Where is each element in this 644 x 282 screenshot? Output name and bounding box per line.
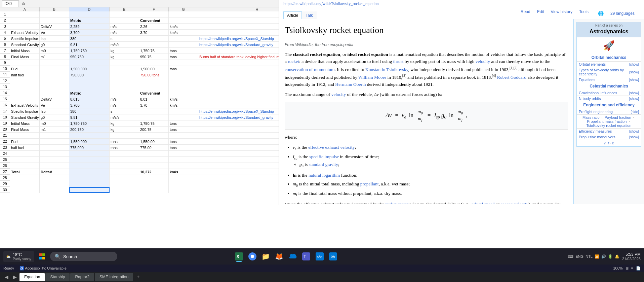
orbital-elements-show[interactable]: [show] [629,63,639,66]
sidebar-item-gravitational[interactable]: Gravitational influences [show] [577,90,641,96]
preflight-link[interactable]: Preflight engineering [579,110,613,114]
sidebar-orbital-mechanics-title[interactable]: Orbital mechanics [577,54,641,61]
notification-icon[interactable]: 🔔 [615,254,619,259]
propulsive-show[interactable]: [show] [629,135,639,139]
tsiolkovsky-link-sb[interactable]: Tsiolkovsky rocket equation [587,124,632,128]
taskbar-app-firefox[interactable]: 🦊 [273,250,285,262]
equations-link[interactable]: Equations [579,78,595,82]
taskbar-app-teams[interactable]: T [300,250,312,262]
gravitational-link[interactable]: Gravitational influences [579,91,617,95]
clock-widget[interactable]: 5:53 PM 21/02/2025 [622,252,641,261]
gravitational-show[interactable]: [show] [629,91,639,95]
sidebar-engineering-title[interactable]: Engineering and efficiency [577,101,641,109]
efficiency-link[interactable]: Efficiency measures [579,129,612,133]
sidebar-celestial-mechanics-title[interactable]: Celestial mechanics [577,82,641,90]
velocity-link-2[interactable]: velocity [331,92,346,97]
vte-t-link[interactable]: t [608,141,609,145]
equations-show[interactable]: [show] [629,78,639,82]
taskbar-app-store[interactable]: 🛍 [327,250,339,262]
lang-selector[interactable]: 🌐 29 languages [593,8,640,19]
tab-nav-prev[interactable]: ◀ [3,274,10,280]
sidebar-item-equations[interactable]: Equations [show] [577,77,641,82]
std-gravity-link[interactable]: standard gravity [309,162,338,167]
action-tools[interactable]: Tools [576,8,591,19]
status-zoom-level[interactable]: 100% [613,266,622,270]
taskbar-app-chrome[interactable] [246,250,258,262]
action-edit[interactable]: Edit [534,8,547,19]
two-body-orbits-show[interactable]: [show] [629,70,639,74]
wiki-main-text[interactable]: Tsiolkovsky rocket equation From Wikiped… [279,19,573,204]
escape-vel-link[interactable]: escape velocity [501,202,529,204]
tab-nav-next[interactable]: ▶ [11,274,19,280]
sidebar-item-nbody[interactable]: N-body orbits [show] [577,96,641,101]
table-row: 26 [0,163,279,169]
orbital-elements-link[interactable]: Orbital elements [579,62,606,66]
action-view-history[interactable]: View history [548,8,575,19]
sidebar-item-efficiency[interactable]: Efficiency measures [show] [577,128,641,134]
cell-reference-box[interactable]: D30 [2,0,19,7]
page-layout-icon[interactable]: 📄 [636,266,641,271]
rocket-motor-link[interactable]: rocket motor [385,202,408,204]
taskbar-app-vscode[interactable]: </> [314,250,326,262]
propellant-mass-link[interactable]: Propellant mass fraction [587,119,627,124]
sidebar-item-orbital-elements[interactable]: Orbital elements [show] [577,61,641,67]
col-header-h[interactable]: H [198,7,279,11]
efficiency-show[interactable]: [show] [629,130,639,133]
tab-starship[interactable]: Starship [45,273,70,281]
tab-equation[interactable]: Equation [19,273,45,281]
momentum-link[interactable]: conservation of momentum [285,67,334,72]
wiki-bullet-ln: ln is the natural logarithm function; [293,172,568,179]
selected-cell-d30[interactable] [69,187,110,193]
col-header-g[interactable]: G [169,7,198,11]
two-body-orbits-link[interactable]: Types of two-body orbits by eccentricity [579,68,629,76]
add-sheet-button[interactable]: + [134,274,142,280]
sidebar-item-preflight[interactable]: Preflight engineering [hide] [577,109,641,114]
col-header-b[interactable]: B [40,7,69,11]
exhaust-vel-link[interactable]: effective exhaust velocity [308,145,355,150]
taskbar-app-onedrive[interactable] [287,250,299,262]
taskbar-search-box[interactable]: 🔍 Search [50,252,117,261]
oberth-link[interactable]: Hermann Oberth [335,82,366,87]
col-header-a[interactable]: A [10,7,40,11]
taskbar-app-excel[interactable]: X [233,250,245,262]
specific-impulse-link[interactable]: specific impulse [309,154,339,159]
grid-view-icon[interactable]: ⊞ [626,266,629,271]
battery-icon[interactable]: 🔋 [608,254,613,259]
tab-sme-integration[interactable]: SME Integration [95,273,133,281]
moore-link[interactable]: William Moore [358,75,386,80]
preflight-hide[interactable]: [hide] [631,110,639,114]
url-bar[interactable]: https://en.wikipedia.org/wiki/Tsiolkovsk… [279,0,644,8]
vte-e-link[interactable]: e [612,141,614,145]
payload-fraction-link[interactable]: Payload fraction [605,115,631,119]
natural-log-link[interactable]: natural logarithm [309,173,340,178]
nbody-link[interactable]: N-body orbits [579,97,601,101]
sidebar-item-propulsive[interactable]: Propulsive maneuvers [show] [577,134,641,140]
taskbar-app-files[interactable]: 📁 [260,250,272,262]
rocket-link[interactable]: rocket [288,59,299,64]
volume-icon[interactable]: 🔊 [601,254,606,259]
velocity-link[interactable]: velocity [476,59,490,64]
col-header-f[interactable]: F [139,7,169,11]
goddard-link[interactable]: Robert Goddard [497,75,526,80]
propellant-link[interactable]: propellant [360,181,379,186]
vte-v-link[interactable]: v [604,141,605,145]
tab-talk[interactable]: Talk [302,11,316,19]
tab-article[interactable]: Article [283,11,302,19]
nbody-show[interactable]: [show] [629,97,639,101]
url-text: https://en.wikipedia.org/wiki/Tsiolkovsk… [283,1,379,6]
propulsive-link[interactable]: Propulsive maneuvers [579,135,615,139]
col-header-e[interactable]: E [110,7,139,11]
tsiolkovsky-link[interactable]: Konstantin Tsiolkovsky [365,67,408,72]
action-read[interactable]: Read [518,8,533,19]
mass-ratio-link[interactable]: Mass ratio [582,115,600,119]
network-icon[interactable]: 📶 [595,254,599,259]
thrust-link[interactable]: thrust [393,59,404,64]
col-header-d[interactable]: D [69,7,110,11]
orbital-speed-link[interactable]: orbital speed [471,202,494,204]
formula-view-icon[interactable]: ≡ [631,266,633,270]
weather-widget[interactable]: ⛅ 18°C Partly sunny [3,251,34,262]
language-display[interactable]: ENG INTL [575,254,593,258]
windows-start-button[interactable] [36,250,48,262]
sidebar-item-two-body-orbits[interactable]: Types of two-body orbits by eccentricity… [577,67,641,77]
tab-raptor2[interactable]: Raptor2 [70,273,94,281]
